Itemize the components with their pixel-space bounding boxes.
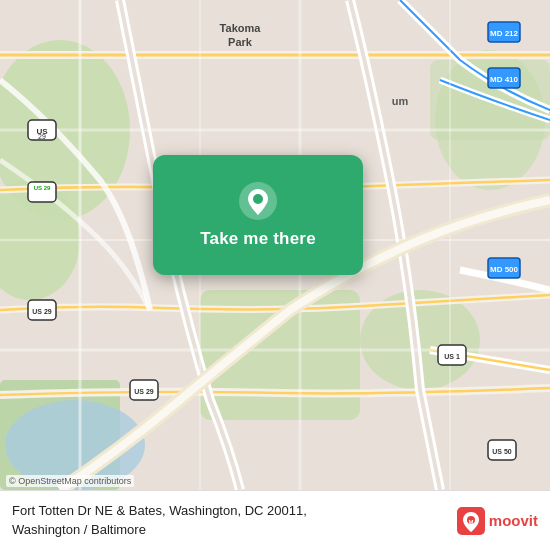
svg-text:M: M	[468, 519, 473, 525]
cta-card[interactable]: Take me there	[153, 155, 363, 275]
svg-text:MD 212: MD 212	[490, 29, 519, 38]
svg-text:um: um	[392, 95, 409, 107]
svg-text:MD 500: MD 500	[490, 265, 519, 274]
cta-button-label: Take me there	[200, 229, 316, 249]
svg-text:US 1: US 1	[444, 353, 460, 360]
svg-text:MD 410: MD 410	[490, 75, 519, 84]
svg-text:Park: Park	[228, 36, 253, 48]
moovit-logo: M moovit	[457, 507, 538, 535]
svg-point-41	[253, 194, 263, 204]
svg-text:US 29: US 29	[134, 388, 154, 395]
svg-text:US 29: US 29	[34, 185, 51, 191]
svg-text:US 29: US 29	[32, 308, 52, 315]
svg-text:US 50: US 50	[492, 448, 512, 455]
svg-text:Takoma: Takoma	[220, 22, 262, 34]
address-text: Fort Totten Dr NE & Bates, Washington, D…	[12, 502, 457, 538]
svg-text:29: 29	[38, 133, 46, 140]
osm-credit: © OpenStreetMap contributors	[6, 475, 134, 487]
moovit-brand-icon: M	[457, 507, 485, 535]
location-pin-icon	[238, 181, 278, 221]
info-bar: Fort Totten Dr NE & Bates, Washington, D…	[0, 490, 550, 550]
map-view: US 29 US 29 US 29 US 29 MD 212 MD 410 MD…	[0, 0, 550, 490]
moovit-brand-text: moovit	[489, 512, 538, 529]
